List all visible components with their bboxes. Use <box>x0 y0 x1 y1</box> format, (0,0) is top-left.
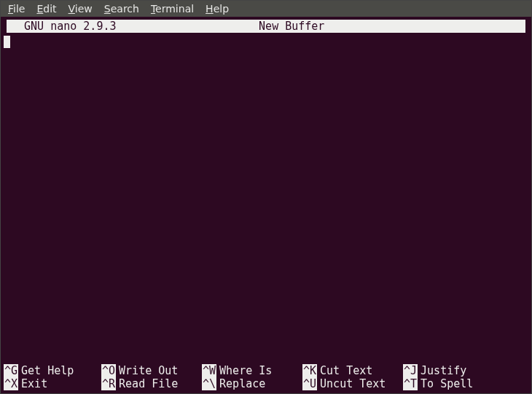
editor-area[interactable] <box>1 33 531 364</box>
menu-view[interactable]: View <box>63 2 98 15</box>
terminal[interactable]: GNU nano 2.9.3 New Buffer ^GGet Help ^OW… <box>1 17 531 393</box>
nano-buffer-name: New Buffer <box>58 20 526 33</box>
text-cursor <box>4 36 10 48</box>
shortcut-uncut-text: ^UUncut Text <box>302 377 403 390</box>
menu-help[interactable]: Help <box>200 2 235 15</box>
shortcut-read-file: ^RRead File <box>101 377 202 390</box>
shortcut-bar: ^GGet Help ^OWrite Out ^WWhere Is ^KCut … <box>1 364 531 393</box>
shortcut-exit: ^XExit <box>4 377 101 390</box>
shortcut-get-help: ^GGet Help <box>4 364 101 377</box>
shortcut-replace: ^\Replace <box>202 377 302 390</box>
shortcut-row-1: ^GGet Help ^OWrite Out ^WWhere Is ^KCut … <box>4 364 528 377</box>
shortcut-cut-text: ^KCut Text <box>302 364 403 377</box>
menu-search[interactable]: Search <box>98 2 145 15</box>
menu-edit[interactable]: Edit <box>31 2 62 15</box>
shortcut-row-2: ^XExit ^RRead File ^\Replace ^UUncut Tex… <box>4 377 528 390</box>
menubar: File Edit View Search Terminal Help <box>1 1 531 17</box>
nano-titlebar: GNU nano 2.9.3 New Buffer <box>7 20 525 33</box>
menu-file[interactable]: File <box>2 2 31 15</box>
shortcut-where-is: ^WWhere Is <box>202 364 302 377</box>
shortcut-justify: ^JJustify <box>403 364 504 377</box>
menu-terminal[interactable]: Terminal <box>145 2 200 15</box>
shortcut-write-out: ^OWrite Out <box>101 364 202 377</box>
shortcut-to-spell: ^TTo Spell <box>403 377 504 390</box>
